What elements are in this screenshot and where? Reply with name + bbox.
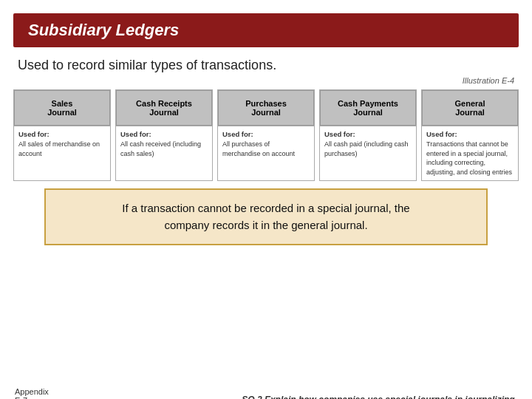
used-text-cash-receipts: All cash received (including cash sales) xyxy=(120,140,208,158)
journal-header-sales: SalesJournal xyxy=(14,90,110,126)
subtitle: Used to record similar types of transact… xyxy=(18,58,514,73)
journal-header-cash-payments: Cash PaymentsJournal xyxy=(320,90,416,126)
used-text-purchases: All purchases of merchandise on account xyxy=(222,140,310,158)
journal-body-cash-payments: Used for:All cash paid (including cash p… xyxy=(320,126,416,180)
appendix-label: AppendixE-7 xyxy=(15,387,59,399)
bottom-box: If a transaction cannot be recorded in a… xyxy=(44,188,488,245)
used-text-sales: All sales of merchandise on account xyxy=(18,140,106,158)
slide: Subsidiary Ledgers Used to record simila… xyxy=(0,13,532,399)
journals-row: SalesJournalUsed for:All sales of mercha… xyxy=(13,89,519,181)
used-label-general: Used for: xyxy=(426,130,514,138)
slide-title: Subsidiary Ledgers xyxy=(28,21,179,39)
used-text-general: Transactions that cannot be entered in a… xyxy=(426,140,514,177)
used-label-cash-payments: Used for: xyxy=(324,130,412,138)
bottom-line1: If a transaction cannot be recorded in a… xyxy=(122,202,409,214)
journal-header-purchases: PurchasesJournal xyxy=(218,90,314,126)
journal-body-purchases: Used for:All purchases of merchandise on… xyxy=(218,126,314,180)
journal-box-sales: SalesJournalUsed for:All sales of mercha… xyxy=(13,89,111,181)
footer-so-text: SO 2 Explain how companies use special j… xyxy=(59,395,517,399)
bottom-line2: company records it in the general journa… xyxy=(164,219,367,231)
journal-box-purchases: PurchasesJournalUsed for:All purchases o… xyxy=(217,89,315,181)
journal-box-cash-receipts: Cash ReceiptsJournalUsed for:All cash re… xyxy=(115,89,213,181)
journal-body-cash-receipts: Used for:All cash received (including ca… xyxy=(116,126,212,180)
illustration-label: Illustration E-4 xyxy=(0,76,514,85)
used-label-cash-receipts: Used for: xyxy=(120,130,208,138)
journal-body-general: Used for:Transactions that cannot be ent… xyxy=(422,126,518,180)
footer: AppendixE-7 SO 2 Explain how companies u… xyxy=(0,387,532,399)
used-text-cash-payments: All cash paid (including cash purchases) xyxy=(324,140,412,158)
journal-box-general: GeneralJournalUsed for:Transactions that… xyxy=(421,89,519,181)
journal-header-general: GeneralJournal xyxy=(422,90,518,126)
journal-body-sales: Used for:All sales of merchandise on acc… xyxy=(14,126,110,180)
title-bar: Subsidiary Ledgers xyxy=(13,13,519,47)
journal-header-cash-receipts: Cash ReceiptsJournal xyxy=(116,90,212,126)
used-label-purchases: Used for: xyxy=(222,130,310,138)
journal-box-cash-payments: Cash PaymentsJournalUsed for:All cash pa… xyxy=(319,89,417,181)
used-label-sales: Used for: xyxy=(18,130,106,138)
